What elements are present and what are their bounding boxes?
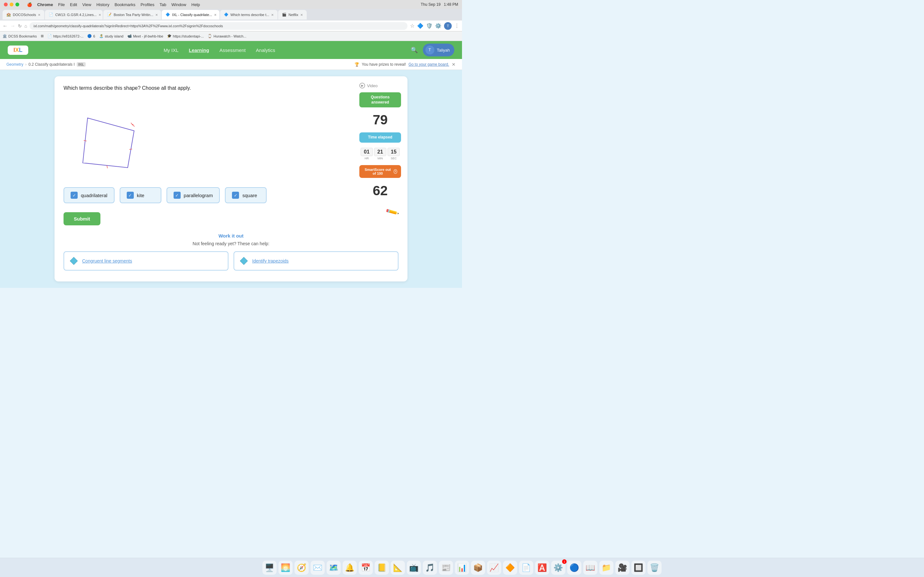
tab-which-terms[interactable]: 🔷 Which terms describe t... ✕ xyxy=(220,10,278,19)
quadrilateral-shape xyxy=(70,99,147,176)
nav-learning[interactable]: Learning xyxy=(189,47,209,53)
question-text: Which terms describe this shape? Choose … xyxy=(63,85,347,91)
level-badge: 86L xyxy=(77,62,86,67)
tab-favicon-ixl: 🔷 xyxy=(166,13,170,17)
check-parallelogram: ✓ xyxy=(174,192,181,199)
tab-favicon-cw13: 📄 xyxy=(49,13,53,17)
bookmark-6[interactable]: 🔵 6 xyxy=(87,34,95,38)
choice-quadrilateral[interactable]: ✓ quadrilateral xyxy=(63,187,115,203)
mac-bookmarks-menu[interactable]: Bookmarks xyxy=(115,2,136,7)
breadcrumb: Geometry › 0.2 Classify quadrilaterals I… xyxy=(6,62,86,67)
bookmark-star[interactable]: ☆ xyxy=(410,23,415,29)
diamond-icon-trapezoids xyxy=(239,256,248,266)
bookmark-studentapi-label: https://studentapi-... xyxy=(173,34,204,38)
tab-close-boston[interactable]: ✕ xyxy=(155,13,158,17)
profile-avatar[interactable]: T xyxy=(444,22,452,30)
tab-favicon-boston: 📝 xyxy=(107,13,111,17)
choice-square[interactable]: ✓ square xyxy=(225,187,267,203)
prize-banner: 🏆 You have prizes to reveal! Go to your … xyxy=(355,62,456,67)
mac-close-dot[interactable] xyxy=(4,3,8,6)
breadcrumb-topic: 0.2 Classify quadrilaterals I xyxy=(29,62,75,67)
timer-minutes: 21 MIN xyxy=(374,148,386,160)
nav-assessment[interactable]: Assessment xyxy=(220,47,246,53)
back-button[interactable]: ← xyxy=(3,23,8,29)
nav-controls[interactable]: ← → ↻ ⌂ xyxy=(3,23,27,29)
mac-apple-menu[interactable]: 🍎 xyxy=(27,2,32,7)
tab-close-cw13[interactable]: ✕ xyxy=(99,13,101,17)
user-profile-badge[interactable]: T Taliyah xyxy=(423,44,454,56)
video-label: Video xyxy=(367,83,378,88)
mac-maximize-dot[interactable] xyxy=(15,3,19,6)
ixl-logo[interactable]: IXL xyxy=(8,45,28,55)
tab-list: 🏫 DOCOSchools ✕ 📄 CW13: G.GSR.4.2,Lines.… xyxy=(3,10,459,19)
extension-settings[interactable]: ⚙️ xyxy=(435,23,441,29)
tab-close-ixl[interactable]: ✕ xyxy=(214,13,216,17)
check-kite: ✓ xyxy=(127,192,134,199)
tab-netflix[interactable]: 🎬 Netflix ✕ xyxy=(278,10,307,19)
home-button[interactable]: ⌂ xyxy=(24,23,27,29)
bookmark-meet[interactable]: 📹 Meet - jif-bwhb-hbe xyxy=(128,34,163,38)
bookmark-hurawatch[interactable]: ⌚ Hurawatch - Watch... xyxy=(208,34,246,38)
not-ready-text: Not feeling ready yet? These can help: xyxy=(63,241,399,246)
help-card-congruent[interactable]: Congruent line segments xyxy=(63,251,228,271)
tab-ixl-classify[interactable]: 🔷 IXL - Classify quadrilate... ✕ xyxy=(162,10,220,19)
svg-line-4 xyxy=(107,165,107,168)
bookmark-apps[interactable]: ⊞ xyxy=(41,34,44,38)
choice-kite[interactable]: ✓ kite xyxy=(120,187,162,203)
mac-view-menu[interactable]: View xyxy=(82,2,91,7)
mac-edit-menu[interactable]: Edit xyxy=(70,2,77,7)
trophy-icon: 🏆 xyxy=(355,62,359,67)
browser-menu[interactable]: ⋮ xyxy=(454,23,459,29)
breadcrumb-subject[interactable]: Geometry xyxy=(6,62,23,67)
tab-cw13[interactable]: 📄 CW13: G.GSR.4.2,Lines... ✕ xyxy=(45,10,103,19)
mac-history-menu[interactable]: History xyxy=(96,2,109,7)
mac-help-menu[interactable]: Help xyxy=(192,2,200,7)
mac-file-menu[interactable]: File xyxy=(58,2,65,7)
tab-label-boston: Boston Tea Party Writin... xyxy=(113,13,153,17)
pencil-icon[interactable]: ✏️ xyxy=(384,205,400,219)
help-card-trapezoids[interactable]: Identify trapezoids xyxy=(234,251,399,271)
timer-min-value: 21 xyxy=(374,148,386,156)
bookmark-meet-label: Meet - jif-bwhb-hbe xyxy=(133,34,163,38)
bookmark-dcss-icon: 🏛️ xyxy=(3,34,7,38)
user-name: Taliyah xyxy=(437,48,450,53)
choice-quadrilateral-label: quadrilateral xyxy=(81,193,107,198)
work-it-out-label: Work it out xyxy=(63,233,399,239)
timer-sec-value: 15 xyxy=(388,148,400,156)
tab-favicon-which: 🔷 xyxy=(224,13,228,17)
smart-score-help-icon[interactable]: ? xyxy=(394,169,397,174)
search-button[interactable]: 🔍 xyxy=(411,47,418,53)
mac-minimize-dot[interactable] xyxy=(10,3,13,6)
forward-button[interactable]: → xyxy=(10,23,15,29)
time-elapsed-box: Time elapsed xyxy=(359,132,401,143)
tab-close-netflix[interactable]: ✕ xyxy=(300,13,303,17)
nav-analytics[interactable]: Analytics xyxy=(256,47,275,53)
tab-boston[interactable]: 📝 Boston Tea Party Writin... ✕ xyxy=(103,10,161,19)
tab-close-which[interactable]: ✕ xyxy=(271,13,274,17)
extension-shield[interactable]: 🛡️ xyxy=(426,23,433,29)
bookmark-dcss[interactable]: 🏛️ DCSS Bookmarks xyxy=(3,34,37,38)
mac-profiles-menu[interactable]: Profiles xyxy=(141,2,154,7)
extension-puzzle[interactable]: 🔷 xyxy=(417,23,423,29)
mac-window-menu[interactable]: Window xyxy=(171,2,186,7)
bookmark-e816[interactable]: 📄 https://e8162672-... xyxy=(47,34,84,38)
video-link[interactable]: ▶ Video xyxy=(359,83,378,89)
tab-label-ixl: IXL - Classify quadrilate... xyxy=(172,13,212,17)
bookmark-dcss-label: DCSS Bookmarks xyxy=(8,34,37,38)
close-prize-button[interactable]: ✕ xyxy=(452,62,456,67)
address-field[interactable]: ixl.com/math/geometry/classify-quadrilat… xyxy=(29,22,407,30)
nav-my-ixl[interactable]: My IXL xyxy=(164,47,179,53)
mac-chrome-menu[interactable]: Chrome xyxy=(37,2,53,7)
tab-doco[interactable]: 🏫 DOCOSchools ✕ xyxy=(3,10,44,19)
submit-button[interactable]: Submit xyxy=(63,212,100,226)
choice-parallelogram[interactable]: ✓ parallelogram xyxy=(166,187,220,203)
svg-marker-6 xyxy=(70,257,78,265)
bookmark-studentapi[interactable]: 🎓 https://studentapi-... xyxy=(167,34,204,38)
mac-window-controls[interactable] xyxy=(4,3,19,6)
refresh-button[interactable]: ↻ xyxy=(18,23,22,29)
bookmark-study-island[interactable]: 🏝️ study island xyxy=(99,34,124,38)
game-board-link[interactable]: Go to your game board. xyxy=(409,62,449,67)
tab-close-doco[interactable]: ✕ xyxy=(38,13,40,17)
tab-label-netflix: Netflix xyxy=(288,13,298,17)
mac-tab-menu[interactable]: Tab xyxy=(160,2,166,7)
